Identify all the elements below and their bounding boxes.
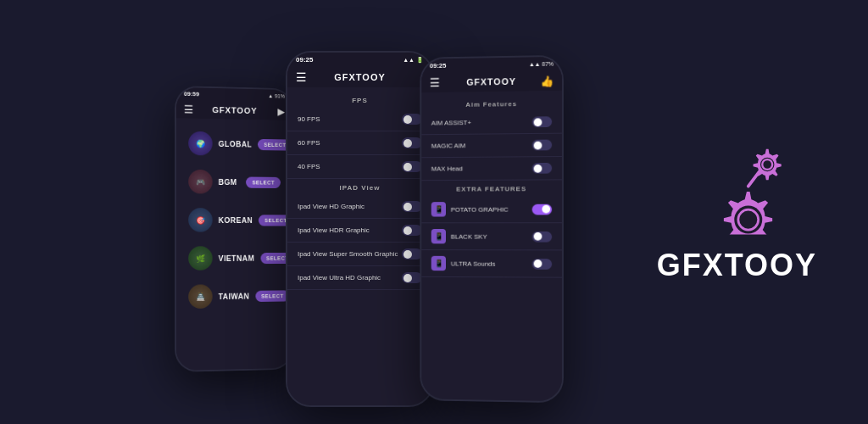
menu-label-global: GLOBAL bbox=[219, 140, 253, 148]
phone-right: 09:25 ▲▲ 87% ☰ GFXTOOY 👍 Aim Features AI… bbox=[420, 55, 564, 403]
menu-label-vietnam: VIETNAM bbox=[219, 254, 254, 262]
menu-screen: 🌍 GLOBAL SELECT 🎮 BGM SELECT 🎯 KOREAN SE… bbox=[176, 118, 292, 371]
gear-logo-container bbox=[682, 142, 792, 235]
label-aim-assist: AIM ASSIST+ bbox=[431, 119, 471, 126]
setting-row-ipad-ultra: Ipad View Ultra HD Graphic bbox=[287, 266, 432, 290]
menu-label-taiwan: TAIWAN bbox=[219, 292, 250, 300]
select-btn-bgm[interactable]: SELECT bbox=[246, 176, 280, 187]
phone-middle: 09:25 ▲▲ 🔋 ☰ GFXTOOY FPS 90 FPS 60 FPS bbox=[286, 51, 434, 407]
brand-name: GFXTOOY bbox=[657, 248, 817, 283]
status-icons-right: ▲▲ 87% bbox=[529, 61, 554, 67]
phone-right-header: ☰ GFXTOOY 👍 bbox=[421, 70, 562, 92]
next-icon-left: ▶ bbox=[277, 106, 285, 117]
gear-logo-svg bbox=[682, 142, 792, 235]
wifi-icon: ▲ bbox=[268, 93, 273, 98]
label-ipad-hdr: Ipad View HDR Graphic bbox=[298, 226, 370, 234]
potato-icon: 📱 bbox=[434, 205, 443, 214]
toggle-magic-aim[interactable] bbox=[532, 140, 552, 151]
status-icons-left: ▲ 91% bbox=[268, 93, 285, 99]
section-aim-title: Aim Features bbox=[421, 95, 562, 113]
section-extra-title: EXTRA FEATURES bbox=[421, 180, 562, 196]
avatar-bgm: 🎮 bbox=[188, 170, 212, 194]
label-potato: POTATO GRAPHIC bbox=[451, 205, 509, 213]
header-title-middle: GFXTOOY bbox=[334, 72, 386, 82]
list-item[interactable]: 🌍 GLOBAL SELECT bbox=[181, 125, 287, 162]
wifi-icon-middle: ▲▲ bbox=[403, 57, 415, 63]
menu-label-bgm: BGM bbox=[219, 178, 241, 187]
select-btn-taiwan[interactable]: SELECT bbox=[255, 290, 289, 302]
setting-row-max-head: MAX Head bbox=[421, 157, 562, 181]
svg-line-4 bbox=[748, 170, 760, 186]
row-icon-black-sky: 📱 BLACK SKY bbox=[431, 229, 487, 243]
label-40fps: 40 FPS bbox=[298, 163, 320, 170]
battery-right: 87% bbox=[542, 61, 554, 67]
label-ipad-hd: Ipad View HD Graphic bbox=[298, 203, 364, 210]
list-item[interactable]: 🎮 BGM SELECT bbox=[181, 164, 287, 200]
label-magic-aim: MAGIC AIM bbox=[431, 142, 466, 149]
black-sky-icon-box: 📱 bbox=[431, 229, 446, 243]
section-fps-title: FPS bbox=[287, 92, 432, 108]
hamburger-icon-left[interactable]: ☰ bbox=[184, 103, 194, 115]
branding-section: GFXTOOY bbox=[657, 142, 817, 283]
setting-row-black-sky: 📱 BLACK SKY bbox=[421, 223, 562, 250]
label-black-sky: BLACK SKY bbox=[451, 232, 487, 240]
setting-row-potato: 📱 POTATO GRAPHIC bbox=[421, 196, 562, 223]
phones-container: 09:59 ▲ 91% ☰ GFXTOOY ▶ 🌍 GLOBAL SELECT … bbox=[167, 51, 565, 407]
black-sky-icon: 📱 bbox=[434, 232, 443, 241]
toggle-max-head[interactable] bbox=[532, 163, 552, 174]
phone-right-screen: 09:25 ▲▲ 87% ☰ GFXTOOY 👍 Aim Features AI… bbox=[421, 57, 562, 401]
avatar-vietnam: 🌿 bbox=[188, 246, 212, 270]
setting-row-60fps: 60 FPS bbox=[287, 131, 432, 155]
setting-row-ultra-sounds: 📱 ULTRA Sounds bbox=[421, 250, 562, 278]
ultra-sounds-icon-box: 📱 bbox=[431, 256, 446, 271]
setting-row-ipad-hdr: Ipad View HDR Graphic bbox=[287, 219, 432, 243]
list-item[interactable]: 🌿 VIETNAM SELECT bbox=[181, 240, 287, 276]
header-title-right: GFXTOOY bbox=[466, 76, 516, 87]
avatar-taiwan: 🏯 bbox=[188, 284, 212, 309]
thumbs-up-icon[interactable]: 👍 bbox=[540, 75, 554, 87]
label-ipad-smooth: Ipad View Super Smooth Graphic bbox=[298, 250, 398, 258]
time-left: 09:59 bbox=[184, 91, 199, 98]
phone-middle-header: ☰ GFXTOOY bbox=[287, 67, 432, 87]
setting-row-90fps: 90 FPS bbox=[287, 108, 432, 131]
toggle-potato[interactable] bbox=[532, 204, 552, 215]
status-icons-middle: ▲▲ 🔋 bbox=[403, 57, 424, 64]
battery-left: 91% bbox=[275, 93, 285, 98]
setting-row-ipad-smooth: Ipad View Super Smooth Graphic bbox=[287, 243, 432, 266]
row-icon-ultra-sounds: 📱 ULTRA Sounds bbox=[431, 256, 496, 271]
time-middle: 09:25 bbox=[296, 56, 313, 64]
setting-row-40fps: 40 FPS bbox=[287, 155, 432, 179]
setting-row-aim-assist: AIM ASSIST+ bbox=[421, 110, 562, 135]
wifi-icon-right: ▲▲ bbox=[529, 61, 541, 67]
hamburger-icon-middle[interactable]: ☰ bbox=[296, 70, 307, 84]
settings-screen-right: Aim Features AIM ASSIST+ MAGIC AIM MAX H… bbox=[421, 91, 562, 401]
label-ipad-ultra: Ipad View Ultra HD Graphic bbox=[298, 274, 381, 282]
header-title-left: GFXTOOY bbox=[212, 105, 257, 115]
phone-middle-screen: 09:25 ▲▲ 🔋 ☰ GFXTOOY FPS 90 FPS 60 FPS bbox=[287, 53, 432, 405]
section-ipad-title: IPAD View bbox=[287, 179, 432, 195]
phone-left: 09:59 ▲ 91% ☰ GFXTOOY ▶ 🌍 GLOBAL SELECT … bbox=[175, 86, 293, 372]
settings-screen-middle: FPS 90 FPS 60 FPS 40 FPS IPAD View Ipad … bbox=[287, 87, 432, 405]
time-right: 09:25 bbox=[430, 62, 447, 70]
toggle-ultra-sounds[interactable] bbox=[532, 259, 552, 270]
battery-icon-middle: 🔋 bbox=[416, 57, 424, 64]
phone-left-screen: 09:59 ▲ 91% ☰ GFXTOOY ▶ 🌍 GLOBAL SELECT … bbox=[176, 87, 292, 371]
label-60fps: 60 FPS bbox=[298, 139, 320, 147]
phone-left-header: ☰ GFXTOOY ▶ bbox=[176, 100, 292, 120]
label-90fps: 90 FPS bbox=[298, 115, 320, 123]
menu-label-korean: KOREAN bbox=[219, 216, 253, 225]
ultra-sounds-icon: 📱 bbox=[434, 259, 443, 268]
toggle-black-sky[interactable] bbox=[532, 231, 552, 242]
label-max-head: MAX Head bbox=[431, 165, 463, 173]
label-ultra-sounds: ULTRA Sounds bbox=[451, 259, 496, 267]
status-bar-middle: 09:25 ▲▲ 🔋 bbox=[287, 53, 432, 67]
avatar-global: 🌍 bbox=[188, 131, 212, 156]
toggle-aim-assist[interactable] bbox=[532, 116, 552, 127]
hamburger-icon-right[interactable]: ☰ bbox=[430, 76, 440, 90]
row-icon-potato: 📱 POTATO GRAPHIC bbox=[431, 202, 509, 217]
potato-icon-box: 📱 bbox=[431, 202, 446, 216]
setting-row-magic-aim: MAGIC AIM bbox=[421, 134, 562, 159]
list-item[interactable]: 🎯 KOREAN SELECT bbox=[181, 202, 287, 238]
avatar-korean: 🎯 bbox=[188, 208, 212, 232]
list-item[interactable]: 🏯 TAIWAN SELECT bbox=[181, 278, 287, 315]
